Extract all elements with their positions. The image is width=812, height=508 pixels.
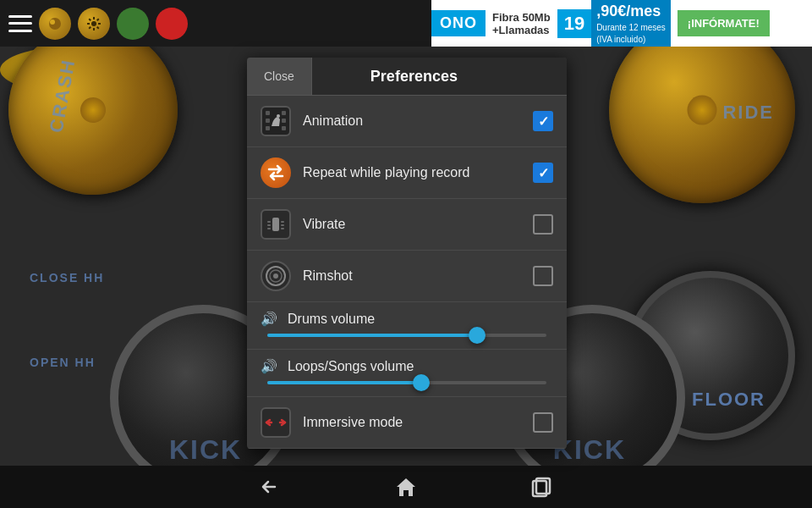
rimshot-checkbox[interactable] [533,266,553,286]
repeat-checkbox[interactable] [533,163,553,183]
bottom-nav-bar [0,466,812,508]
floor-label: FLOOR [692,389,765,411]
rimshot-label: Rimshot [303,268,521,284]
svg-rect-8 [282,119,286,123]
loops-volume-thumb[interactable] [413,374,430,391]
svg-point-20 [273,273,278,279]
vibrate-item[interactable]: Vibrate [247,199,567,251]
drums-volume-thumb[interactable] [469,327,486,344]
svg-rect-12 [267,221,271,223]
immersive-label: Immersive mode [303,415,521,430]
green-button[interactable] [117,8,149,40]
vibrate-label: Vibrate [303,217,521,232]
ride-label: RIDE [722,102,774,124]
openhh-label: OPEN HH [30,356,96,369]
repeat-icon [261,157,291,188]
closehh-label: CLOSE HH [30,271,104,284]
svg-point-1 [50,19,55,25]
vibrate-icon [261,209,291,240]
svg-rect-5 [266,119,270,123]
ad-brand: ONO [431,10,486,36]
drums-volume-label: Drums volume [288,312,375,327]
red-button[interactable] [156,8,188,40]
kick1-label: KICK [169,434,242,466]
svg-rect-16 [281,224,284,226]
settings-button[interactable] [78,8,110,40]
prefs-header: Close Preferences [247,58,567,96]
vibrate-checkbox[interactable] [533,214,553,235]
top-bar-left [0,8,196,40]
animation-icon [261,106,291,136]
immersive-item[interactable]: Immersive mode [247,397,567,449]
close-button[interactable]: Close [247,58,312,95]
drums-volume-slider[interactable] [267,334,546,337]
drums-volume-icon: 🔊 [261,311,277,327]
record-button[interactable] [39,8,71,40]
svg-rect-15 [281,221,284,223]
recents-button[interactable] [524,474,558,500]
preferences-dialog: Close Preferences Animation [247,58,567,449]
ad-price-detail: ,90€/mesDurante 12 meses(IVA incluido) [591,0,671,47]
ad-banner: ONO Fibra 50Mb+Llamadas 19 ,90€/mesDuran… [431,0,812,47]
svg-rect-7 [282,111,286,115]
animation-item[interactable]: Animation [247,96,567,147]
back-button[interactable] [254,474,288,500]
repeat-label: Repeat while playing record [303,165,521,180]
menu-icon[interactable] [8,15,32,32]
svg-rect-4 [266,111,270,115]
svg-rect-13 [267,224,271,226]
animation-label: Animation [303,113,521,129]
rimshot-icon [261,261,291,291]
svg-rect-11 [272,218,279,231]
svg-rect-9 [282,126,286,130]
home-button[interactable] [389,474,423,500]
loops-volume-label: Loops/Songs volume [288,359,414,374]
immersive-icon [261,407,291,438]
drums-volume-fill [267,334,477,337]
loops-volume-label-row: 🔊 Loops/Songs volume [261,358,553,374]
animation-checkbox[interactable] [533,111,553,131]
prefs-title: Preferences [312,68,567,86]
loops-volume-icon: 🔊 [261,358,277,374]
loops-volume-fill [267,381,421,384]
loops-volume-slider[interactable] [267,381,546,384]
immersive-checkbox[interactable] [533,412,553,433]
svg-rect-14 [267,228,271,229]
svg-rect-17 [281,228,284,229]
rimshot-item[interactable]: Rimshot [247,251,567,302]
svg-point-2 [91,21,96,26]
svg-rect-6 [266,126,270,130]
ad-price: 19 [557,9,591,38]
svg-point-10 [277,114,280,118]
drums-volume-section: 🔊 Drums volume [247,302,567,350]
repeat-item[interactable]: Repeat while playing record [247,147,567,199]
ad-cta-button[interactable]: ¡INFÓRMATE! [678,10,770,36]
ad-tagline: Fibra 50Mb+Llamadas [486,11,557,36]
loops-volume-section: 🔊 Loops/Songs volume [247,350,567,397]
drums-volume-label-row: 🔊 Drums volume [261,311,553,327]
top-bar: ONO Fibra 50Mb+Llamadas 19 ,90€/mesDuran… [0,0,812,47]
